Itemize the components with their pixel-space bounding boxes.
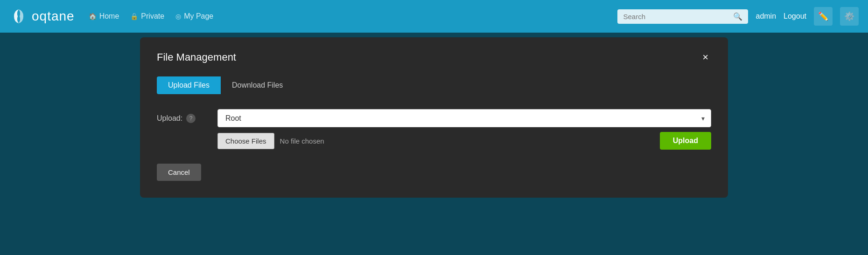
- modal-footer: Cancel: [157, 164, 711, 181]
- upload-button[interactable]: Upload: [660, 132, 711, 150]
- nav-private-label: Private: [141, 12, 164, 21]
- no-file-label: No file chosen: [280, 137, 654, 145]
- navbar-right: 🔍 admin Logout ✏️ ⚙️: [617, 7, 859, 26]
- nav-mypage-label: My Page: [184, 12, 213, 21]
- brand-logo-icon: [9, 7, 28, 26]
- modal-title: File Management: [157, 51, 236, 63]
- upload-label: Upload: ?: [157, 109, 199, 123]
- circle-icon: ◎: [175, 13, 181, 20]
- nav-links: 🏠 Home 🔒 Private ◎ My Page: [89, 12, 618, 21]
- nav-home[interactable]: 🏠 Home: [89, 12, 119, 21]
- search-box: 🔍: [617, 9, 748, 24]
- brand-name: oqtane: [32, 9, 75, 24]
- navbar: oqtane 🏠 Home 🔒 Private ◎ My Page 🔍 admi…: [0, 0, 868, 33]
- choose-files-button[interactable]: Choose Files: [217, 133, 274, 149]
- brand: oqtane: [9, 7, 75, 26]
- cancel-button[interactable]: Cancel: [157, 164, 201, 181]
- search-icon: 🔍: [733, 12, 742, 21]
- home-icon: 🏠: [89, 13, 97, 20]
- user-label: admin: [756, 12, 776, 21]
- folder-select[interactable]: Root: [217, 109, 711, 127]
- help-icon[interactable]: ?: [186, 114, 196, 123]
- upload-label-text: Upload:: [157, 114, 182, 123]
- settings-icon-button[interactable]: ⚙️: [840, 7, 859, 26]
- folder-select-wrapper: Root ▾: [217, 109, 711, 127]
- modal-overlay: File Management × Upload Files Download …: [0, 33, 868, 255]
- lock-icon: 🔒: [130, 13, 138, 20]
- file-input-row: Choose Files No file chosen Upload: [217, 132, 711, 150]
- modal-close-button[interactable]: ×: [700, 51, 711, 63]
- tab-download-files[interactable]: Download Files: [221, 76, 294, 94]
- tab-upload-files[interactable]: Upload Files: [157, 76, 221, 94]
- file-management-modal: File Management × Upload Files Download …: [140, 37, 728, 198]
- nav-home-label: Home: [99, 12, 119, 21]
- form-controls: Root ▾ Choose Files No file chosen Uploa…: [217, 109, 711, 150]
- page-background: File Management × Upload Files Download …: [0, 33, 868, 255]
- logout-button[interactable]: Logout: [784, 12, 806, 21]
- nav-mypage[interactable]: ◎ My Page: [175, 12, 213, 21]
- search-input[interactable]: [623, 13, 729, 21]
- tab-bar: Upload Files Download Files: [157, 76, 711, 94]
- modal-header: File Management ×: [157, 51, 711, 63]
- nav-private[interactable]: 🔒 Private: [130, 12, 164, 21]
- upload-form-row: Upload: ? Root ▾ Choose Files No file c: [157, 109, 711, 150]
- edit-icon-button[interactable]: ✏️: [814, 7, 833, 26]
